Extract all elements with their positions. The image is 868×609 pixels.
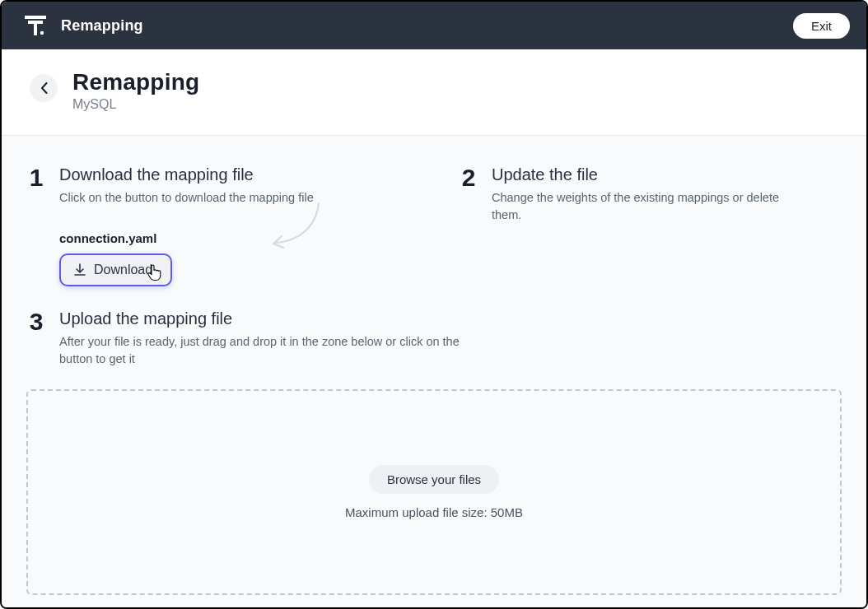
page-header: Remapping MySQL xyxy=(2,49,866,136)
chevron-left-icon xyxy=(40,82,48,94)
page-title: Remapping xyxy=(72,69,199,95)
step-3: 3 Upload the mapping file After your fil… xyxy=(26,309,842,368)
max-upload-size-label: Maximum upload file size: 50MB xyxy=(345,505,523,519)
content-area: 1 Download the mapping file Click on the… xyxy=(2,136,866,609)
step-2-title: Update the file xyxy=(492,165,842,184)
download-icon xyxy=(74,263,86,277)
step-2: 2 Update the file Change the weights of … xyxy=(459,165,842,286)
logo-icon xyxy=(25,16,46,35)
mapping-filename: connection.yaml xyxy=(59,231,409,245)
step-1-number: 1 xyxy=(26,165,46,190)
step-1-desc: Click on the button to download the mapp… xyxy=(59,189,356,207)
page-subtitle: MySQL xyxy=(72,97,199,112)
download-block: connection.yaml Download xyxy=(59,231,409,286)
step-3-desc: After your file is ready, just drag and … xyxy=(59,333,488,368)
step-3-number: 3 xyxy=(26,309,46,334)
steps-top-row: 1 Download the mapping file Click on the… xyxy=(26,165,842,286)
upload-dropzone[interactable]: Browse your files Maximum upload file si… xyxy=(26,389,842,595)
topbar-left: Remapping xyxy=(25,16,143,35)
step-2-body: Update the file Change the weights of th… xyxy=(492,165,842,224)
step-1-title: Download the mapping file xyxy=(59,165,409,184)
step-1: 1 Download the mapping file Click on the… xyxy=(26,165,409,286)
download-button[interactable]: Download xyxy=(59,253,172,286)
app-logo xyxy=(25,16,46,35)
svg-point-3 xyxy=(40,31,44,35)
exit-button[interactable]: Exit xyxy=(793,13,850,39)
browse-files-button[interactable]: Browse your files xyxy=(369,465,499,494)
svg-rect-2 xyxy=(34,21,37,35)
step-2-number: 2 xyxy=(459,165,478,190)
topbar: Remapping Exit xyxy=(2,2,866,49)
topbar-title: Remapping xyxy=(61,17,143,35)
step-3-body: Upload the mapping file After your file … xyxy=(59,309,488,368)
back-button[interactable] xyxy=(30,74,58,102)
step-3-title: Upload the mapping file xyxy=(59,309,488,328)
page-title-block: Remapping MySQL xyxy=(72,69,199,112)
step-1-body: Download the mapping file Click on the b… xyxy=(59,165,409,286)
step-2-desc: Change the weights of the existing mappi… xyxy=(492,189,788,224)
svg-rect-0 xyxy=(25,16,46,19)
download-button-label: Download xyxy=(94,263,152,277)
